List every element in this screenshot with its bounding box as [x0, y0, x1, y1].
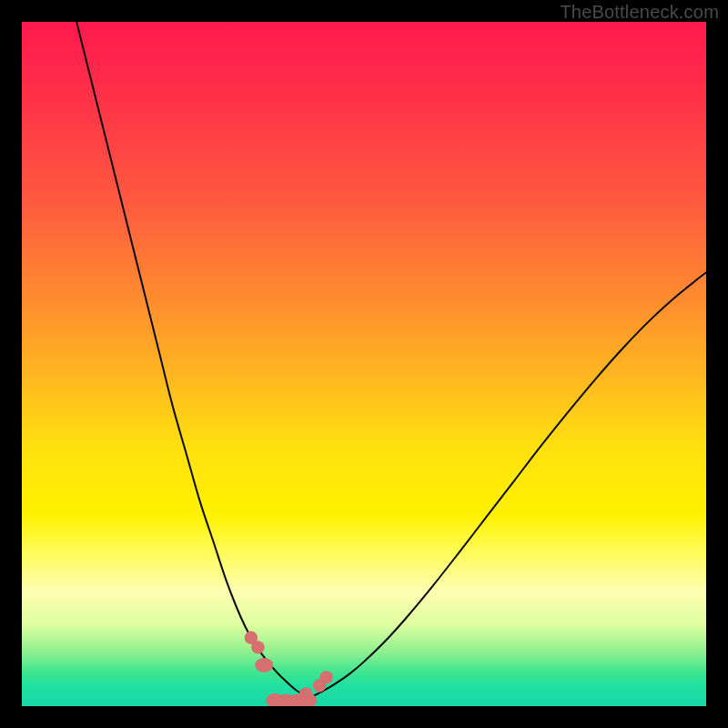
right-curve [309, 272, 706, 698]
left-curve [76, 22, 309, 698]
marker-wide-dot [255, 658, 273, 672]
marker-dot [251, 641, 264, 653]
plot-area [22, 22, 706, 706]
curve-svg [22, 22, 706, 706]
marker-dot [313, 679, 326, 692]
marker-dot [299, 687, 312, 700]
marker-dot [319, 671, 332, 683]
marker-wide-dot [266, 693, 284, 706]
marker-dot [245, 632, 258, 644]
marker-wide-dot [298, 693, 317, 706]
chart-frame: TheBottleneck.com [0, 0, 728, 728]
marker-wide-dot [277, 694, 295, 706]
attribution-text: TheBottleneck.com [560, 2, 719, 23]
marker-wide-dot [288, 694, 306, 706]
